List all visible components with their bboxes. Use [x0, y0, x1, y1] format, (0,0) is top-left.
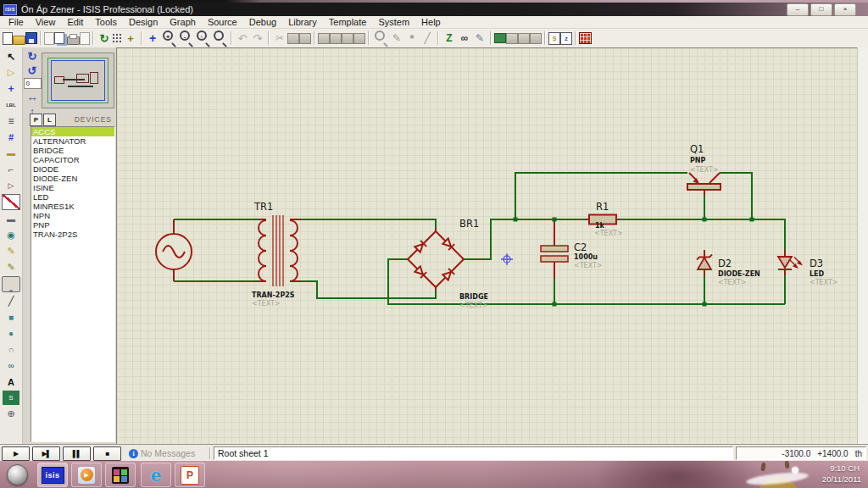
decompose[interactable]: ╱ [420, 31, 435, 46]
make-device[interactable]: ✎ [389, 31, 404, 46]
packaging-tool[interactable]: * [404, 31, 420, 46]
component-tr1[interactable] [259, 215, 298, 286]
circle-mode[interactable]: ● [3, 326, 19, 341]
tape-recorder-mode[interactable]: ▬ [3, 212, 19, 226]
toggle-grid[interactable] [112, 33, 123, 43]
schematic-canvas[interactable]: TR1 TRAN-2P2S <TEXT> BR1 BRIDGE <TEXT> C… [116, 47, 858, 445]
taskbar-clock-time[interactable]: 9:10 CH [830, 463, 860, 473]
taskbar-app-powerpoint[interactable]: P [175, 463, 205, 487]
component-br1[interactable] [408, 231, 464, 287]
paste[interactable] [299, 33, 311, 44]
pan[interactable]: + [145, 31, 160, 46]
device-item[interactable]: ALTERNATOR [31, 136, 114, 146]
wires[interactable] [174, 173, 785, 304]
design-explorer[interactable] [494, 33, 506, 43]
property-assignment[interactable]: ✎ [472, 31, 487, 46]
rotate-anticlockwise-icon[interactable]: ↺ [24, 64, 41, 77]
taskbar-app-internet-explorer[interactable]: e [141, 463, 171, 487]
toggle-origin[interactable]: + [123, 31, 138, 46]
junction-mode[interactable]: + [3, 81, 19, 96]
zoom-area[interactable]: ▫ [194, 30, 211, 47]
cut[interactable]: ✂ [272, 31, 287, 46]
import-section[interactable] [44, 32, 54, 45]
current-probe-mode[interactable]: ✎ [3, 260, 19, 274]
taskbar-app-photo-viewer[interactable] [105, 463, 136, 487]
device-item[interactable]: LED [31, 192, 114, 202]
device-pin-mode[interactable]: ▷ [3, 178, 19, 192]
tray-notification-icon[interactable] [792, 467, 798, 474]
menu-file[interactable]: File [3, 16, 30, 28]
mirror-horizontal-icon[interactable]: ↔ [24, 90, 41, 103]
terminal-mode[interactable]: ⌐ [3, 162, 19, 176]
device-item[interactable]: ISINE [31, 183, 114, 192]
vertical-scrollbar[interactable] [857, 47, 868, 444]
maximize-button[interactable]: □ [810, 3, 832, 16]
pick-devices-button[interactable]: P [30, 114, 42, 126]
menu-design[interactable]: Design [123, 16, 164, 28]
generator-mode[interactable]: ◉ [3, 228, 19, 242]
export-graphics[interactable] [54, 32, 64, 44]
copy[interactable] [287, 33, 299, 44]
start-button[interactable] [7, 464, 28, 485]
menu-system[interactable]: System [372, 16, 415, 28]
taskbar-app-media-player[interactable]: ▶ [71, 463, 102, 487]
netlist-to-ares[interactable] [579, 32, 592, 44]
rotate-clockwise-icon[interactable]: ↻ [24, 49, 41, 63]
marker-mode[interactable]: ⊕ [3, 407, 19, 421]
bus-mode[interactable]: # [3, 130, 19, 144]
taskbar-clock-date[interactable]: 20/11/2011 [822, 474, 861, 484]
remove-sheet[interactable] [518, 33, 530, 44]
search-components[interactable]: ∞ [457, 31, 472, 46]
device-item[interactable]: DIODE [31, 164, 114, 174]
menu-source[interactable]: Source [202, 16, 243, 28]
device-item[interactable]: ACCS [31, 127, 114, 136]
component-d3[interactable] [778, 257, 803, 269]
component-d2[interactable] [697, 255, 712, 270]
mark-output-area[interactable] [80, 32, 90, 45]
virtual-instruments-mode[interactable] [2, 276, 20, 292]
step-button[interactable]: ▶▌ [32, 446, 60, 461]
voltage-probe-mode[interactable]: ✎ [3, 244, 19, 258]
pick-device[interactable] [372, 30, 389, 47]
component-c2[interactable] [541, 246, 568, 262]
close-button[interactable]: × [834, 3, 856, 16]
device-item[interactable]: PNP [31, 220, 114, 230]
new-sheet[interactable] [506, 33, 518, 44]
menu-template[interactable]: Template [323, 16, 373, 28]
menu-library[interactable]: Library [282, 16, 323, 28]
taskbar-app-isis[interactable]: isis [37, 463, 68, 487]
print[interactable] [67, 36, 80, 45]
closed-path-mode[interactable]: ∞ [3, 358, 19, 373]
zoom-out[interactable]: - [177, 30, 194, 47]
new-design[interactable] [3, 32, 13, 45]
redo[interactable]: ↷ [250, 31, 265, 46]
block-delete[interactable] [353, 33, 365, 44]
wire-autorouter[interactable]: Z [442, 31, 457, 46]
box-mode[interactable]: ■ [3, 310, 19, 324]
undo[interactable]: ↶ [235, 31, 250, 46]
text-script-mode[interactable]: ≡ [3, 114, 19, 128]
menu-tools[interactable]: Tools [89, 16, 123, 28]
bill-of-materials[interactable]: S [548, 32, 560, 45]
menu-graph[interactable]: Graph [164, 16, 202, 28]
minimize-button[interactable]: – [787, 3, 809, 16]
subcircuit-mode[interactable]: ▬ [3, 146, 19, 160]
device-item[interactable]: MINRES1K [31, 202, 114, 211]
block-copy[interactable] [318, 33, 330, 44]
stop-button[interactable]: ■ [93, 446, 121, 461]
menu-edit[interactable]: Edit [61, 16, 89, 28]
selection-mode[interactable]: ↖ [3, 49, 19, 64]
electrical-rules-check[interactable]: z [560, 32, 572, 45]
device-item[interactable]: CAPACITOR [31, 155, 114, 164]
component-source[interactable] [156, 234, 192, 269]
block-move[interactable] [330, 33, 342, 44]
zoom-all[interactable] [211, 30, 228, 47]
device-item[interactable]: TRAN-2P2S [31, 230, 114, 239]
device-item[interactable]: NPN [31, 211, 114, 220]
rotation-angle-field[interactable]: 0 [24, 78, 42, 89]
open-design[interactable] [13, 36, 25, 45]
overview-preview[interactable] [42, 53, 114, 108]
menu-view[interactable]: View [30, 16, 62, 28]
block-rotate[interactable] [342, 33, 353, 44]
play-button[interactable]: ▶ [2, 446, 30, 461]
